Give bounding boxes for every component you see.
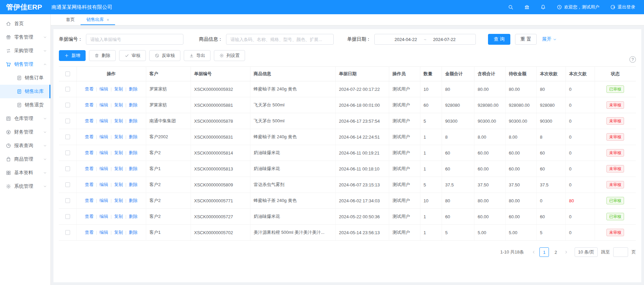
sidebar-item-purchase[interactable]: 采购管理 <box>0 44 50 58</box>
view-link[interactable]: 查看 <box>85 230 93 235</box>
copy-link[interactable]: 复制 <box>114 214 123 219</box>
select-all-checkbox[interactable] <box>65 72 70 76</box>
view-link[interactable]: 查看 <box>85 182 93 187</box>
delete-link[interactable]: 删除 <box>129 182 138 187</box>
edit-link[interactable]: 编辑 <box>99 86 108 91</box>
status-badge: 已审核 <box>606 197 624 204</box>
audit-button[interactable]: 审核 <box>119 50 146 61</box>
row-checkbox[interactable] <box>65 135 70 139</box>
edit-link[interactable]: 编辑 <box>99 134 108 139</box>
sidebar-item-product[interactable]: 商品管理 <box>0 152 50 166</box>
sidebar-item-warehouse[interactable]: 仓库管理 <box>0 112 50 125</box>
column-settings-button[interactable]: 列设置 <box>214 50 245 61</box>
sidebar-item-system[interactable]: 系统管理 <box>0 180 50 193</box>
copy-link[interactable]: 复制 <box>114 86 123 91</box>
copy-link[interactable]: 复制 <box>114 102 123 107</box>
row-checkbox[interactable] <box>65 214 70 219</box>
copy-link[interactable]: 复制 <box>114 182 123 187</box>
cell-tax_total: 37.50 <box>474 177 505 193</box>
view-link[interactable]: 查看 <box>85 150 93 155</box>
copy-link[interactable]: 复制 <box>114 166 123 171</box>
bill-no-input[interactable] <box>86 34 183 45</box>
view-link[interactable]: 查看 <box>85 214 93 219</box>
delete-link[interactable]: 删除 <box>129 198 138 203</box>
row-checkbox[interactable] <box>65 119 70 123</box>
tab-sales-outbound[interactable]: 销售出库× <box>81 14 115 25</box>
edit-link[interactable]: 编辑 <box>99 230 108 235</box>
sidebar-item-home[interactable]: 首页 <box>0 17 50 30</box>
view-link[interactable]: 查看 <box>85 118 93 123</box>
copy-link[interactable]: 复制 <box>114 118 123 123</box>
tab-home[interactable]: 首页 <box>60 14 81 25</box>
delete-link[interactable]: 删除 <box>129 230 138 235</box>
delete-link[interactable]: 删除 <box>129 118 138 123</box>
edit-link[interactable]: 编辑 <box>99 118 108 123</box>
cell-tax_total: 928080.00 <box>474 97 505 113</box>
row-checkbox[interactable] <box>65 87 70 91</box>
copy-link[interactable]: 复制 <box>114 150 123 155</box>
sidebar-item-basic[interactable]: 基本资料 <box>0 166 50 180</box>
page-button-2[interactable]: 2 <box>551 247 560 257</box>
row-checkbox[interactable] <box>65 103 70 107</box>
date-range-picker[interactable]: 2024-04-22 ~ 2024-07-22 <box>374 34 476 45</box>
reset-button[interactable]: 重 置 <box>515 34 537 45</box>
next-page-button[interactable] <box>564 250 569 255</box>
action-separator: | <box>111 134 112 139</box>
search-icon[interactable] <box>508 4 513 10</box>
product-info-input[interactable] <box>226 34 334 45</box>
edit-link[interactable]: 编辑 <box>99 198 108 203</box>
page-button-1[interactable]: 1 <box>539 247 549 257</box>
content-area: 单据编号： 商品信息： 单据日期： 2024-04-22 ~ 2024-07-2… <box>51 25 644 285</box>
delete-link[interactable]: 删除 <box>129 86 138 91</box>
bell-icon[interactable] <box>540 4 546 10</box>
view-link[interactable]: 查看 <box>85 198 93 203</box>
page-size-select[interactable]: 10 条/页 <box>575 247 598 257</box>
delete-link[interactable]: 删除 <box>129 214 138 219</box>
row-checkbox[interactable] <box>65 166 70 171</box>
action-separator: | <box>125 214 126 219</box>
edit-link[interactable]: 编辑 <box>99 150 108 155</box>
welcome-user[interactable]: 欢迎您，测试用户 <box>557 4 599 10</box>
jump-page-input[interactable] <box>613 247 628 257</box>
column-header-4: 单据日期 <box>335 67 389 81</box>
unaudit-button[interactable]: 反审核 <box>149 50 180 61</box>
edit-link[interactable]: 编辑 <box>99 102 108 107</box>
row-checkbox[interactable] <box>65 150 70 155</box>
add-button[interactable]: 新增 <box>59 50 86 61</box>
cell-operator: 测试用户 <box>389 161 420 177</box>
search-button[interactable]: 查 询 <box>488 34 510 45</box>
edit-link[interactable]: 编辑 <box>99 166 108 171</box>
view-link[interactable]: 查看 <box>85 86 93 91</box>
delete-link[interactable]: 删除 <box>129 166 138 171</box>
sidebar-item-retail[interactable]: 零售管理 <box>0 30 50 44</box>
row-checkbox[interactable] <box>65 198 70 203</box>
copy-link[interactable]: 复制 <box>114 230 123 235</box>
row-checkbox[interactable] <box>65 230 70 235</box>
view-link[interactable]: 查看 <box>85 102 93 107</box>
edit-link[interactable]: 编辑 <box>99 182 108 187</box>
view-link[interactable]: 查看 <box>85 166 93 171</box>
copy-link[interactable]: 复制 <box>114 134 123 139</box>
sidebar-item-sales[interactable]: 销售管理 <box>0 58 50 71</box>
copy-link[interactable]: 复制 <box>114 198 123 203</box>
logout-button[interactable]: 退出登录 <box>610 4 635 10</box>
sidebar-item-sales-return[interactable]: 销售退货 <box>0 98 50 112</box>
sidebar-item-sales-order[interactable]: 销售订单 <box>0 71 50 85</box>
delete-link[interactable]: 删除 <box>129 134 138 139</box>
delete-link[interactable]: 删除 <box>129 150 138 155</box>
close-tab-icon[interactable]: × <box>107 17 109 22</box>
sidebar-item-report[interactable]: 报表查询 <box>0 139 50 152</box>
delete-button[interactable]: 删除 <box>89 50 116 61</box>
expand-link[interactable]: 展开 <box>542 36 557 42</box>
bank-icon[interactable] <box>524 4 530 10</box>
sidebar-item-sales-outbound[interactable]: 销售出库 <box>0 85 50 98</box>
view-link[interactable]: 查看 <box>85 134 93 139</box>
delete-link[interactable]: 删除 <box>129 102 138 107</box>
cell-customer: 客户2 <box>146 145 191 161</box>
row-checkbox[interactable] <box>65 182 70 187</box>
export-button[interactable]: 导出 <box>184 50 210 61</box>
sidebar-item-finance[interactable]: 财务管理 <box>0 125 50 139</box>
help-icon[interactable]: ? <box>629 56 636 63</box>
prev-page-button[interactable] <box>531 250 536 255</box>
edit-link[interactable]: 编辑 <box>99 214 108 219</box>
